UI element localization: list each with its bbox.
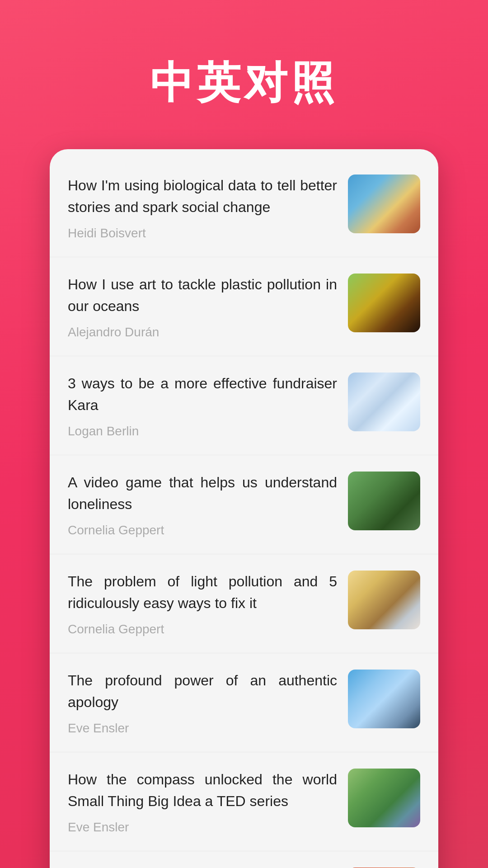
list-item[interactable]: How I use art to tackle plastic pollutio… [50, 257, 438, 356]
page-title: 中英对照 [150, 54, 338, 113]
list-item[interactable]: How the compass unlocked the world Small… [50, 752, 438, 851]
item-author: Eve Ensler [68, 721, 337, 736]
item-title: How I use art to tackle plastic pollutio… [68, 274, 337, 317]
item-title: The problem of light pollution and 5 rid… [68, 571, 337, 614]
item-title: The profound power of an authentic apolo… [68, 670, 337, 713]
list-item[interactable]: The unforeseen consequences of a fast-pa… [50, 851, 438, 868]
content-card: How I'm using biological data to tell be… [50, 149, 438, 868]
item-text: How I'm using biological data to tell be… [68, 175, 337, 241]
item-title: A video game that helps us understand lo… [68, 472, 337, 515]
item-thumbnail [348, 670, 420, 728]
item-title: How I'm using biological data to tell be… [68, 175, 337, 218]
item-text: How the compass unlocked the world Small… [68, 769, 337, 835]
item-thumbnail [348, 769, 420, 827]
item-author: Alejandro Durán [68, 325, 337, 340]
item-author: Logan Berlin [68, 424, 337, 439]
item-text: A video game that helps us understand lo… [68, 472, 337, 538]
item-thumbnail [348, 175, 420, 233]
item-author: Cornelia Geppert [68, 622, 337, 637]
item-text: 3 ways to be a more effective fundraiser… [68, 373, 337, 439]
list-item[interactable]: 3 ways to be a more effective fundraiser… [50, 356, 438, 455]
list-item[interactable]: The problem of light pollution and 5 rid… [50, 554, 438, 653]
item-thumbnail [348, 274, 420, 332]
item-thumbnail [348, 472, 420, 530]
item-title: How the compass unlocked the world Small… [68, 769, 337, 812]
list-item[interactable]: How I'm using biological data to tell be… [50, 158, 438, 257]
list-item[interactable]: A video game that helps us understand lo… [50, 455, 438, 554]
item-thumbnail [348, 373, 420, 431]
item-author: Cornelia Geppert [68, 523, 337, 538]
item-title: 3 ways to be a more effective fundraiser… [68, 373, 337, 416]
item-text: How I use art to tackle plastic pollutio… [68, 274, 337, 340]
item-text: The problem of light pollution and 5 rid… [68, 571, 337, 637]
item-author: Eve Ensler [68, 820, 337, 835]
item-text: The profound power of an authentic apolo… [68, 670, 337, 736]
list-item[interactable]: The profound power of an authentic apolo… [50, 653, 438, 752]
item-author: Heidi Boisvert [68, 226, 337, 241]
item-thumbnail [348, 571, 420, 629]
